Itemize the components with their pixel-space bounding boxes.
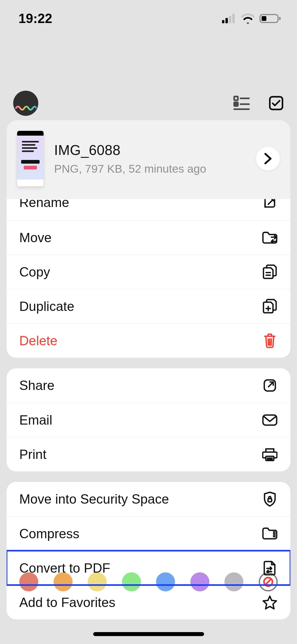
menu-label: Delete xyxy=(19,333,58,348)
status-time: 19:22 xyxy=(18,11,52,26)
status-indicators xyxy=(222,13,281,24)
file-header: IMG_6088 PNG, 797 KB, 52 minutes ago xyxy=(7,120,290,199)
menu-item-duplicate[interactable]: Duplicate xyxy=(7,289,290,323)
file-info: IMG_6088 PNG, 797 KB, 52 minutes ago xyxy=(54,142,246,175)
menu-item-move[interactable]: Move xyxy=(7,220,290,255)
battery-icon xyxy=(260,13,281,24)
svg-rect-1 xyxy=(225,18,228,23)
copy-icon xyxy=(262,264,278,280)
file-metadata: PNG, 797 KB, 52 minutes ago xyxy=(54,162,246,175)
svg-rect-2 xyxy=(229,16,231,23)
svg-line-17 xyxy=(268,339,268,345)
svg-rect-9 xyxy=(234,102,238,106)
file-thumbnail xyxy=(17,131,44,186)
menu-label: Move into Security Space xyxy=(19,491,169,507)
menu-group-tools: Move into Security Space Compress xyxy=(7,482,290,619)
menu-label: Email xyxy=(19,412,52,428)
action-sheet: IMG_6088 PNG, 797 KB, 52 minutes ago Ren… xyxy=(7,120,290,565)
folder-move-icon xyxy=(262,230,278,246)
chevron-right-icon xyxy=(264,153,272,164)
file-name: IMG_6088 xyxy=(54,142,246,158)
svg-rect-7 xyxy=(234,96,238,100)
shield-lock-icon xyxy=(262,491,278,507)
star-icon xyxy=(262,595,278,610)
menu-item-copy[interactable]: Copy xyxy=(7,255,290,289)
svg-rect-3 xyxy=(232,14,235,23)
menu-label: Print xyxy=(19,447,46,462)
menu-item-security-space[interactable]: Move into Security Space xyxy=(7,482,290,516)
email-icon xyxy=(262,412,278,428)
status-bar: 19:22 xyxy=(0,0,297,37)
svg-rect-21 xyxy=(263,415,277,425)
svg-rect-5 xyxy=(262,16,266,21)
menu-label: Add to Favorites xyxy=(19,595,115,610)
trash-icon xyxy=(262,333,278,349)
home-indicator xyxy=(93,632,204,636)
expand-button[interactable] xyxy=(256,147,280,171)
rename-icon xyxy=(262,199,278,211)
wifi-icon xyxy=(241,13,255,24)
menu-item-email[interactable]: Email xyxy=(7,403,290,437)
background-toolbar xyxy=(0,85,297,122)
menu-group-share: Share Email Print xyxy=(7,368,290,471)
menu-item-delete[interactable]: Delete xyxy=(7,323,290,358)
svg-line-18 xyxy=(271,339,271,345)
menu-label: Convert to PDF xyxy=(19,560,110,576)
menu-item-rename[interactable]: Rename xyxy=(7,199,290,220)
list-view-icon[interactable] xyxy=(233,95,250,111)
menu-item-convert-pdf[interactable]: Convert to PDF xyxy=(7,551,290,585)
cellular-icon xyxy=(222,14,236,23)
menu-label: Move xyxy=(19,230,51,245)
duplicate-icon xyxy=(262,298,278,314)
menu-item-compress[interactable]: Compress xyxy=(7,516,290,551)
zip-icon xyxy=(262,526,278,542)
menu-item-print[interactable]: Print xyxy=(7,437,290,471)
menu-label: Duplicate xyxy=(19,299,74,314)
menu-item-share[interactable]: Share xyxy=(7,368,290,403)
print-icon xyxy=(262,447,278,462)
menu-label: Compress xyxy=(19,526,79,541)
share-icon xyxy=(262,378,278,393)
menu-label: Share xyxy=(19,378,54,393)
menu-label: Copy xyxy=(19,264,50,280)
menu-label: Rename xyxy=(19,199,69,210)
svg-rect-0 xyxy=(222,20,224,23)
convert-icon xyxy=(262,560,278,576)
select-icon[interactable] xyxy=(268,95,284,111)
svg-rect-6 xyxy=(279,17,281,20)
menu-group-file-ops: Rename Move xyxy=(7,199,290,358)
app-avatar-icon xyxy=(13,91,38,116)
